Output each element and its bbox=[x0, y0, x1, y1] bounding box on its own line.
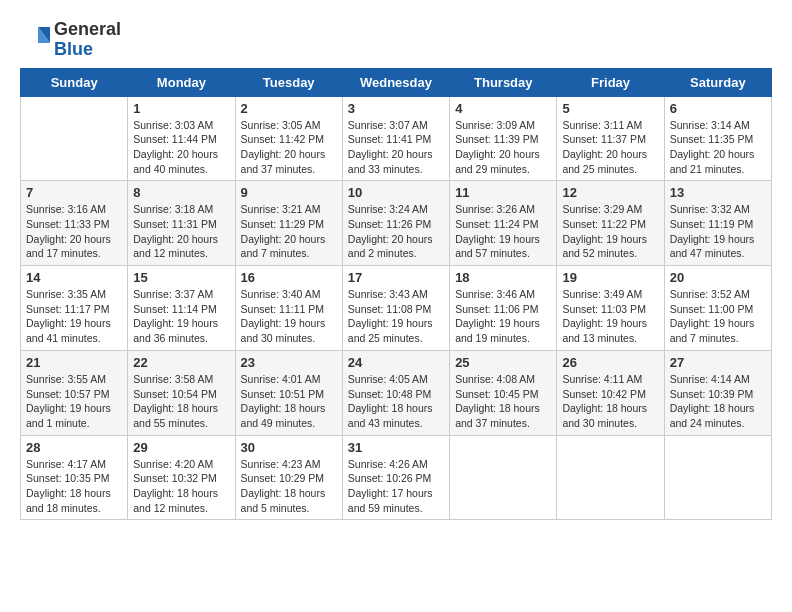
calendar-cell: 9Sunrise: 3:21 AM Sunset: 11:29 PM Dayli… bbox=[235, 181, 342, 266]
day-number: 6 bbox=[670, 101, 766, 116]
day-number: 11 bbox=[455, 185, 551, 200]
day-number: 7 bbox=[26, 185, 122, 200]
calendar-cell: 30Sunrise: 4:23 AM Sunset: 10:29 PM Dayl… bbox=[235, 435, 342, 520]
calendar-cell: 5Sunrise: 3:11 AM Sunset: 11:37 PM Dayli… bbox=[557, 96, 664, 181]
page-header: GeneralBlue bbox=[20, 20, 772, 60]
day-number: 28 bbox=[26, 440, 122, 455]
day-number: 29 bbox=[133, 440, 229, 455]
calendar-cell bbox=[557, 435, 664, 520]
weekday-header-row: SundayMondayTuesdayWednesdayThursdayFrid… bbox=[21, 68, 772, 96]
day-number: 17 bbox=[348, 270, 444, 285]
calendar-cell: 19Sunrise: 3:49 AM Sunset: 11:03 PM Dayl… bbox=[557, 266, 664, 351]
calendar-cell: 1Sunrise: 3:03 AM Sunset: 11:44 PM Dayli… bbox=[128, 96, 235, 181]
logo: GeneralBlue bbox=[20, 20, 121, 60]
day-info: Sunrise: 3:49 AM Sunset: 11:03 PM Daylig… bbox=[562, 287, 658, 346]
day-number: 9 bbox=[241, 185, 337, 200]
calendar-cell bbox=[21, 96, 128, 181]
logo-general: General bbox=[54, 20, 121, 40]
day-info: Sunrise: 4:23 AM Sunset: 10:29 PM Daylig… bbox=[241, 457, 337, 516]
logo-blue: Blue bbox=[54, 40, 121, 60]
day-number: 2 bbox=[241, 101, 337, 116]
day-info: Sunrise: 3:55 AM Sunset: 10:57 PM Daylig… bbox=[26, 372, 122, 431]
day-number: 27 bbox=[670, 355, 766, 370]
day-number: 8 bbox=[133, 185, 229, 200]
calendar-cell bbox=[450, 435, 557, 520]
calendar-cell: 29Sunrise: 4:20 AM Sunset: 10:32 PM Dayl… bbox=[128, 435, 235, 520]
weekday-header-saturday: Saturday bbox=[664, 68, 771, 96]
calendar-week-row: 21Sunrise: 3:55 AM Sunset: 10:57 PM Dayl… bbox=[21, 350, 772, 435]
day-info: Sunrise: 4:14 AM Sunset: 10:39 PM Daylig… bbox=[670, 372, 766, 431]
day-number: 14 bbox=[26, 270, 122, 285]
day-info: Sunrise: 4:17 AM Sunset: 10:35 PM Daylig… bbox=[26, 457, 122, 516]
day-info: Sunrise: 3:07 AM Sunset: 11:41 PM Daylig… bbox=[348, 118, 444, 177]
calendar-cell: 12Sunrise: 3:29 AM Sunset: 11:22 PM Dayl… bbox=[557, 181, 664, 266]
calendar-cell bbox=[664, 435, 771, 520]
day-info: Sunrise: 3:21 AM Sunset: 11:29 PM Daylig… bbox=[241, 202, 337, 261]
calendar-cell: 11Sunrise: 3:26 AM Sunset: 11:24 PM Dayl… bbox=[450, 181, 557, 266]
day-number: 19 bbox=[562, 270, 658, 285]
day-info: Sunrise: 3:37 AM Sunset: 11:14 PM Daylig… bbox=[133, 287, 229, 346]
calendar-week-row: 28Sunrise: 4:17 AM Sunset: 10:35 PM Dayl… bbox=[21, 435, 772, 520]
day-info: Sunrise: 3:35 AM Sunset: 11:17 PM Daylig… bbox=[26, 287, 122, 346]
calendar-week-row: 14Sunrise: 3:35 AM Sunset: 11:17 PM Dayl… bbox=[21, 266, 772, 351]
day-info: Sunrise: 3:40 AM Sunset: 11:11 PM Daylig… bbox=[241, 287, 337, 346]
day-number: 22 bbox=[133, 355, 229, 370]
weekday-header-tuesday: Tuesday bbox=[235, 68, 342, 96]
calendar-cell: 27Sunrise: 4:14 AM Sunset: 10:39 PM Dayl… bbox=[664, 350, 771, 435]
weekday-header-friday: Friday bbox=[557, 68, 664, 96]
calendar-cell: 25Sunrise: 4:08 AM Sunset: 10:45 PM Dayl… bbox=[450, 350, 557, 435]
day-number: 21 bbox=[26, 355, 122, 370]
calendar-cell: 13Sunrise: 3:32 AM Sunset: 11:19 PM Dayl… bbox=[664, 181, 771, 266]
calendar-table: SundayMondayTuesdayWednesdayThursdayFrid… bbox=[20, 68, 772, 521]
day-number: 3 bbox=[348, 101, 444, 116]
day-number: 23 bbox=[241, 355, 337, 370]
calendar-cell: 17Sunrise: 3:43 AM Sunset: 11:08 PM Dayl… bbox=[342, 266, 449, 351]
logo-icon bbox=[20, 25, 50, 55]
day-info: Sunrise: 4:01 AM Sunset: 10:51 PM Daylig… bbox=[241, 372, 337, 431]
day-number: 30 bbox=[241, 440, 337, 455]
day-info: Sunrise: 4:11 AM Sunset: 10:42 PM Daylig… bbox=[562, 372, 658, 431]
weekday-header-wednesday: Wednesday bbox=[342, 68, 449, 96]
day-number: 15 bbox=[133, 270, 229, 285]
day-number: 25 bbox=[455, 355, 551, 370]
day-info: Sunrise: 3:14 AM Sunset: 11:35 PM Daylig… bbox=[670, 118, 766, 177]
day-number: 1 bbox=[133, 101, 229, 116]
calendar-cell: 8Sunrise: 3:18 AM Sunset: 11:31 PM Dayli… bbox=[128, 181, 235, 266]
calendar-cell: 26Sunrise: 4:11 AM Sunset: 10:42 PM Dayl… bbox=[557, 350, 664, 435]
calendar-cell: 21Sunrise: 3:55 AM Sunset: 10:57 PM Dayl… bbox=[21, 350, 128, 435]
calendar-cell: 31Sunrise: 4:26 AM Sunset: 10:26 PM Dayl… bbox=[342, 435, 449, 520]
day-info: Sunrise: 3:18 AM Sunset: 11:31 PM Daylig… bbox=[133, 202, 229, 261]
calendar-cell: 3Sunrise: 3:07 AM Sunset: 11:41 PM Dayli… bbox=[342, 96, 449, 181]
day-number: 16 bbox=[241, 270, 337, 285]
day-number: 5 bbox=[562, 101, 658, 116]
weekday-header-monday: Monday bbox=[128, 68, 235, 96]
day-info: Sunrise: 4:08 AM Sunset: 10:45 PM Daylig… bbox=[455, 372, 551, 431]
day-info: Sunrise: 3:03 AM Sunset: 11:44 PM Daylig… bbox=[133, 118, 229, 177]
day-number: 26 bbox=[562, 355, 658, 370]
day-info: Sunrise: 3:46 AM Sunset: 11:06 PM Daylig… bbox=[455, 287, 551, 346]
day-info: Sunrise: 3:24 AM Sunset: 11:26 PM Daylig… bbox=[348, 202, 444, 261]
day-info: Sunrise: 4:26 AM Sunset: 10:26 PM Daylig… bbox=[348, 457, 444, 516]
day-number: 31 bbox=[348, 440, 444, 455]
calendar-cell: 18Sunrise: 3:46 AM Sunset: 11:06 PM Dayl… bbox=[450, 266, 557, 351]
day-info: Sunrise: 3:52 AM Sunset: 11:00 PM Daylig… bbox=[670, 287, 766, 346]
calendar-cell: 7Sunrise: 3:16 AM Sunset: 11:33 PM Dayli… bbox=[21, 181, 128, 266]
day-info: Sunrise: 3:11 AM Sunset: 11:37 PM Daylig… bbox=[562, 118, 658, 177]
day-number: 24 bbox=[348, 355, 444, 370]
day-number: 12 bbox=[562, 185, 658, 200]
calendar-cell: 28Sunrise: 4:17 AM Sunset: 10:35 PM Dayl… bbox=[21, 435, 128, 520]
calendar-cell: 16Sunrise: 3:40 AM Sunset: 11:11 PM Dayl… bbox=[235, 266, 342, 351]
day-info: Sunrise: 3:09 AM Sunset: 11:39 PM Daylig… bbox=[455, 118, 551, 177]
calendar-cell: 2Sunrise: 3:05 AM Sunset: 11:42 PM Dayli… bbox=[235, 96, 342, 181]
calendar-cell: 6Sunrise: 3:14 AM Sunset: 11:35 PM Dayli… bbox=[664, 96, 771, 181]
day-info: Sunrise: 4:05 AM Sunset: 10:48 PM Daylig… bbox=[348, 372, 444, 431]
calendar-cell: 4Sunrise: 3:09 AM Sunset: 11:39 PM Dayli… bbox=[450, 96, 557, 181]
day-info: Sunrise: 3:58 AM Sunset: 10:54 PM Daylig… bbox=[133, 372, 229, 431]
calendar-cell: 23Sunrise: 4:01 AM Sunset: 10:51 PM Dayl… bbox=[235, 350, 342, 435]
day-info: Sunrise: 3:29 AM Sunset: 11:22 PM Daylig… bbox=[562, 202, 658, 261]
calendar-cell: 20Sunrise: 3:52 AM Sunset: 11:00 PM Dayl… bbox=[664, 266, 771, 351]
calendar-cell: 15Sunrise: 3:37 AM Sunset: 11:14 PM Dayl… bbox=[128, 266, 235, 351]
day-info: Sunrise: 3:26 AM Sunset: 11:24 PM Daylig… bbox=[455, 202, 551, 261]
calendar-cell: 14Sunrise: 3:35 AM Sunset: 11:17 PM Dayl… bbox=[21, 266, 128, 351]
day-number: 10 bbox=[348, 185, 444, 200]
